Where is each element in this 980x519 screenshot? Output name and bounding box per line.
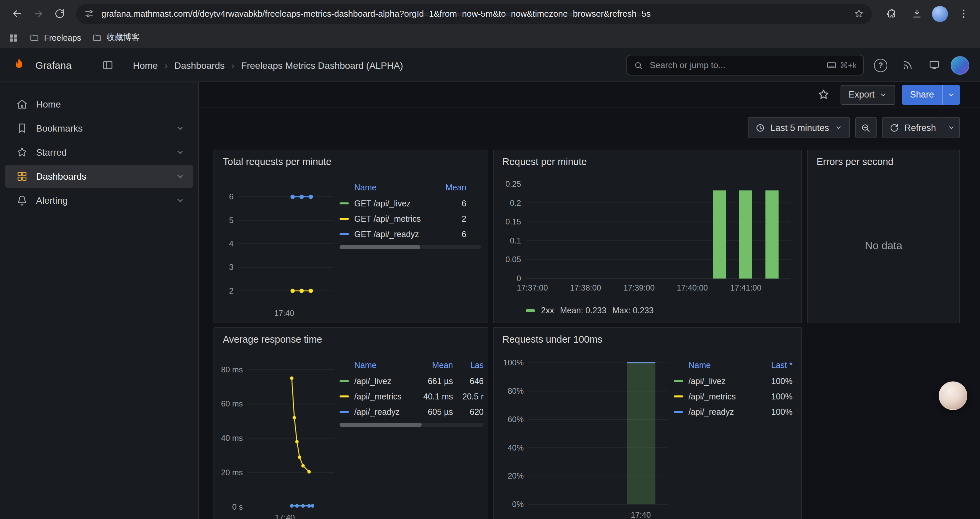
- series-mean-stat: Mean: 0.233: [560, 306, 606, 315]
- svg-text:60 ms: 60 ms: [221, 399, 243, 408]
- svg-text:80 ms: 80 ms: [221, 365, 243, 374]
- search-box[interactable]: ⌘+k: [627, 55, 864, 75]
- legend-row: /api/_livez 100%: [674, 374, 792, 389]
- errors-per-second-chart[interactable]: No data: [808, 170, 959, 321]
- forward-button[interactable]: [28, 4, 48, 24]
- svg-text:0.25: 0.25: [505, 179, 521, 188]
- series-name[interactable]: GET /api/_livez: [354, 199, 422, 208]
- total-requests-chart[interactable]: 6543217:40: [218, 180, 337, 320]
- series-mean: 605 µs: [415, 407, 453, 417]
- svg-text:3: 3: [229, 262, 234, 271]
- svg-text:17:37:00: 17:37:00: [517, 283, 548, 292]
- series-mean: 6: [428, 230, 466, 239]
- panel-title[interactable]: Request per minute: [502, 156, 587, 167]
- assistant-avatar-bubble[interactable]: [939, 382, 967, 410]
- panel-title[interactable]: Average response time: [223, 334, 322, 345]
- legend-scrollbar[interactable]: [340, 245, 481, 249]
- mega-menu-toggle[interactable]: [98, 56, 117, 75]
- series-name[interactable]: GET /api/_readyz: [354, 230, 422, 239]
- legend-row: /api/_readyz 100%: [674, 404, 792, 420]
- url-input[interactable]: [100, 8, 848, 19]
- sidebar-item-home[interactable]: Home: [5, 93, 193, 115]
- extensions-button[interactable]: [881, 4, 901, 24]
- bookmark-label: Freeleaps: [44, 33, 81, 42]
- no-data-message: No data: [808, 170, 959, 321]
- chevron-down-icon[interactable]: [175, 172, 185, 181]
- breadcrumb-dashboards[interactable]: Dashboards: [174, 60, 224, 70]
- panel-total-requests-per-minute: Total requests per minute 6543217:40 Nam…: [213, 150, 488, 323]
- rss-icon: [902, 59, 913, 71]
- shortcut-label: ⌘+k: [840, 61, 857, 70]
- address-bar[interactable]: [76, 4, 872, 24]
- series-name[interactable]: /api/_livez: [689, 376, 757, 386]
- legend-header-last[interactable]: Last *: [762, 361, 792, 370]
- svg-text:4: 4: [229, 239, 234, 248]
- legend-header-mean[interactable]: Mean: [428, 183, 466, 192]
- series-name[interactable]: /api/_livez: [354, 376, 410, 386]
- svg-text:0.05: 0.05: [505, 255, 521, 264]
- legend-table: Name Last * /api/_livez 100% /api/_metri…: [674, 357, 792, 420]
- sidebar-item-dashboards[interactable]: Dashboards: [5, 165, 193, 188]
- news-button[interactable]: [897, 55, 917, 75]
- series-color-dash: [674, 411, 683, 413]
- legend-row: GET /api/_metrics 2: [340, 211, 481, 227]
- series-color-dash: [674, 380, 683, 382]
- bookmark-item-freeleaps[interactable]: Freeleaps: [29, 33, 81, 43]
- org-avatar[interactable]: [951, 56, 969, 75]
- chevron-down-icon[interactable]: [175, 148, 185, 157]
- series-max-stat: Max: 0.233: [612, 306, 654, 315]
- panel-title[interactable]: Total requests per minute: [223, 156, 332, 167]
- dashboard-grid: Total requests per minute 6543217:40 Nam…: [199, 82, 980, 519]
- svg-text:2: 2: [229, 286, 234, 295]
- legend-header-last[interactable]: Las: [458, 361, 484, 370]
- scrollbar-thumb[interactable]: [340, 245, 420, 249]
- average-response-time-chart[interactable]: 80 ms60 ms40 ms20 ms0 s17:40: [218, 357, 337, 519]
- chevron-down-icon[interactable]: [175, 124, 185, 133]
- svg-text:5: 5: [229, 216, 234, 225]
- bookmark-star-icon[interactable]: [854, 9, 864, 19]
- display-button[interactable]: [924, 55, 944, 75]
- breadcrumb-separator: ›: [231, 60, 234, 70]
- browser-menu-button[interactable]: [953, 4, 973, 24]
- panel-title[interactable]: Errors per second: [816, 156, 894, 167]
- legend-scrollbar[interactable]: [340, 423, 484, 427]
- reload-button[interactable]: [49, 4, 69, 24]
- svg-text:17:40: 17:40: [631, 510, 651, 519]
- legend-row: GET /api/_livez 6: [340, 196, 481, 211]
- sidebar-item-bookmarks[interactable]: Bookmarks: [5, 117, 193, 140]
- series-name[interactable]: /api/_readyz: [689, 407, 757, 417]
- series-name[interactable]: GET /api/_metrics: [354, 214, 422, 224]
- apps-shortcut-button[interactable]: [8, 32, 19, 43]
- series-name[interactable]: /api/_metrics: [354, 392, 410, 401]
- search-input[interactable]: [648, 59, 821, 71]
- legend-header-name[interactable]: Name: [354, 183, 422, 192]
- breadcrumb-home[interactable]: Home: [133, 60, 158, 70]
- legend-header-name[interactable]: Name: [354, 361, 410, 370]
- sidebar-item-alerting[interactable]: Alerting: [5, 189, 193, 212]
- chevron-down-icon[interactable]: [175, 196, 185, 205]
- svg-text:20%: 20%: [508, 471, 524, 480]
- downloads-button[interactable]: [907, 4, 927, 24]
- svg-text:60%: 60%: [508, 415, 524, 424]
- svg-text:100%: 100%: [503, 358, 524, 367]
- panel-request-per-minute: Request per minute 0.250.20.150.10.05017…: [493, 150, 802, 323]
- legend-header-mean[interactable]: Mean: [415, 361, 453, 370]
- requests-under-100ms-chart[interactable]: 100%80%60%40%20%0%17:40: [499, 355, 671, 519]
- svg-text:17:39:00: 17:39:00: [624, 283, 654, 292]
- series-last: 646: [458, 376, 484, 386]
- bookmark-item-blogs[interactable]: 收藏博客: [92, 32, 140, 43]
- scrollbar-thumb[interactable]: [340, 423, 422, 427]
- help-button[interactable]: ?: [870, 55, 891, 75]
- svg-text:0%: 0%: [512, 500, 524, 509]
- svg-text:40%: 40%: [508, 443, 524, 452]
- back-button[interactable]: [7, 4, 27, 24]
- series-name[interactable]: /api/_metrics: [689, 392, 757, 401]
- panel-title[interactable]: Requests under 100ms: [502, 334, 602, 345]
- request-per-minute-chart[interactable]: 0.250.20.150.10.05017:37:0017:38:0017:39…: [499, 174, 797, 295]
- svg-text:0.1: 0.1: [510, 236, 521, 245]
- series-name[interactable]: 2xx: [541, 306, 554, 315]
- browser-profile-avatar[interactable]: [932, 6, 948, 22]
- legend-header-name[interactable]: Name: [689, 361, 757, 370]
- sidebar-item-starred[interactable]: Starred: [5, 141, 193, 164]
- series-name[interactable]: /api/_readyz: [354, 407, 410, 417]
